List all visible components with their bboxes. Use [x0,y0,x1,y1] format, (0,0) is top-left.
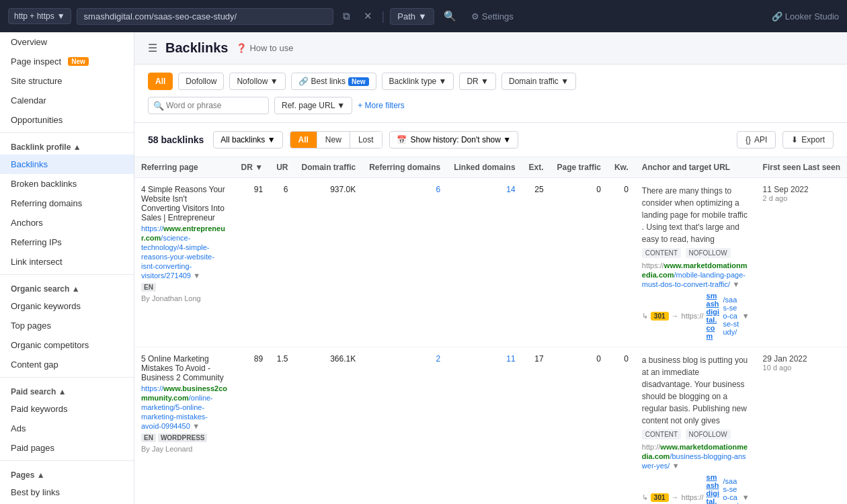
domain-traffic-cell: 937.0K [294,178,362,347]
sidebar-item-anchors[interactable]: Anchors [0,213,134,233]
calendar-icon: 📅 [397,135,407,144]
filter-best-links-btn[interactable]: 🔗 Best links New [291,73,376,90]
sidebar-item-referring-ips[interactable]: Referring IPs [0,233,134,252]
main-content: ☰ Backlinks ❓ How to use All Dofollow No… [134,32,847,504]
linked-domains-link[interactable]: 11 [506,354,515,364]
th-page-traffic[interactable]: Page traffic [551,157,608,178]
show-history-btn[interactable]: 📅 Show history: Don't show ▼ [389,131,519,149]
main-layout: Overview Page inspect New Site structure… [0,32,847,504]
th-first-seen[interactable]: First seen Last seen [756,157,847,178]
settings-btn[interactable]: ⚙ Settings [466,9,519,24]
filter-dofollow-btn[interactable]: Dofollow [178,73,224,90]
anchor-text: a business blog is putting you at an imm… [642,354,750,427]
page-title-link[interactable]: 4 Simple Reasons Your Website Isn't Conv… [141,185,228,222]
pages-section[interactable]: Pages ▲ [0,464,134,482]
more-filters-btn[interactable]: + More filters [358,101,405,110]
sidebar-item-site-structure[interactable]: Site structure [0,71,134,91]
hamburger-icon[interactable]: ☰ [148,42,157,54]
close-url-btn[interactable]: ✕ [360,7,376,25]
page-title: Backlinks [165,40,228,56]
referring-ips-label: Referring IPs [11,237,62,247]
sidebar-item-top-pages[interactable]: Top pages [0,316,134,335]
filter-nofollow-btn[interactable]: Nofollow ▼ [229,73,285,90]
sidebar-item-organic-keywords[interactable]: Organic keywords [0,296,134,316]
sidebar-item-opportunities[interactable]: Opportunities [0,110,134,130]
sidebar-item-best-by-links[interactable]: Best by links [0,482,134,502]
organic-search-section[interactable]: Organic search ▲ [0,278,134,296]
all-backlinks-dropdown[interactable]: All backlinks ▼ [213,131,282,149]
new-badge: New [68,57,89,66]
backlink-profile-section[interactable]: Backlink profile ▲ [0,136,134,155]
ref-page-url-btn[interactable]: Ref. page URL ▼ [274,97,352,114]
filter-domain-traffic-btn[interactable]: Domain traffic ▼ [501,73,576,90]
question-icon: ❓ [236,43,247,53]
word-phrase-input[interactable] [148,97,269,114]
nofollow-badge: NOFOLLOW [686,248,731,258]
tab-new[interactable]: New [317,132,350,148]
looker-label: Looker Studio [785,11,839,22]
sidebar-item-calendar[interactable]: Calendar [0,91,134,110]
backlinks-label: Backlinks [11,159,48,169]
path-label: Path [397,11,415,22]
th-domain-traffic[interactable]: Domain traffic [294,157,362,178]
looker-studio-link[interactable]: 🔗 Looker Studio [772,11,839,22]
filters-row1: All Dofollow Nofollow ▼ 🔗 Best links New… [148,73,834,90]
nofollow-badge: NOFOLLOW [686,429,731,439]
sidebar-item-overview[interactable]: Overview [0,32,134,52]
linked-domains-link[interactable]: 14 [506,185,515,194]
api-btn[interactable]: {} API [737,131,776,149]
search-btn[interactable]: 🔍 [440,7,460,25]
th-ur[interactable]: UR [270,157,294,178]
looker-icon: 🔗 [772,11,782,22]
sidebar-item-ads[interactable]: Ads [0,419,134,438]
sidebar-item-referring-domains[interactable]: Referring domains [0,194,134,213]
filter-backlink-type-btn[interactable]: Backlink type ▼ [382,73,454,90]
external-link-btn[interactable]: ⧉ [339,7,354,25]
path-selector[interactable]: Path ▼ [390,8,434,25]
url-input[interactable] [77,8,333,25]
referring-domains-cell: 2 [362,347,447,505]
first-seen: 29 Jan 2022 [763,354,840,364]
page-title-link[interactable]: 5 Online Marketing Mistakes To Avoid - B… [141,354,228,382]
paid-search-section[interactable]: Paid search ▲ [0,380,134,399]
lang2-badge: WORDPRESS [158,433,208,442]
sidebar-item-page-inspect[interactable]: Page inspect New [0,52,134,71]
sidebar-item-broken-backlinks[interactable]: Broken backlinks [0,174,134,194]
author: By Jay Leonard [141,445,228,453]
th-anchor[interactable]: Anchor and target URL [635,157,756,178]
sidebar-item-backlinks[interactable]: Backlinks [0,155,134,174]
th-ext[interactable]: Ext. [522,157,551,178]
tab-all[interactable]: All [290,132,317,148]
search-icon-inner: 🔍 [153,101,164,111]
sidebar-item-paid-keywords[interactable]: Paid keywords [0,399,134,419]
how-to-use-link[interactable]: ❓ How to use [236,43,293,53]
external-link-icon: ⧉ [343,10,350,22]
sidebar-item-content-gap[interactable]: Content gap [0,355,134,374]
redirect-domain-link[interactable]: smashdigital.com [707,473,721,504]
th-dr[interactable]: DR ▼ [235,157,270,178]
sidebar-item-organic-competitors[interactable]: Organic competitors [0,335,134,355]
table-area: 58 backlinks All backlinks ▼ All New Los… [134,123,847,504]
sidebar-item-paid-pages[interactable]: Paid pages [0,438,134,458]
first-seen: 11 Sep 2022 [763,185,840,194]
protocol-selector[interactable]: http + https ▼ [8,8,71,24]
export-btn[interactable]: ⬇ Export [782,131,834,149]
tab-lost[interactable]: Lost [350,132,382,148]
filter-all-btn[interactable]: All [148,73,173,90]
filters-row2: 🔍 Ref. page URL ▼ + More filters [148,97,834,114]
lang-badge: EN [141,283,156,292]
referring-page-cell: 5 Online Marketing Mistakes To Avoid - B… [134,347,235,505]
th-linked-domains[interactable]: Linked domains [447,157,522,178]
site-structure-label: Site structure [11,76,63,86]
th-referring-page[interactable]: Referring page [134,157,235,178]
sidebar: Overview Page inspect New Site structure… [0,32,134,504]
last-seen: 2 d ago [763,194,840,202]
th-kw[interactable]: Kw. [608,157,635,178]
search-wrapper: 🔍 [148,97,269,114]
redirect-code: 301 [651,493,669,502]
redirect-domain-link[interactable]: smashdigital.com [707,292,721,340]
th-referring-domains[interactable]: Referring domains [362,157,447,178]
sidebar-item-link-intersect[interactable]: Link intersect [0,252,134,271]
filter-dr-btn[interactable]: DR ▼ [459,73,496,90]
last-seen: 10 d ago [763,364,840,372]
